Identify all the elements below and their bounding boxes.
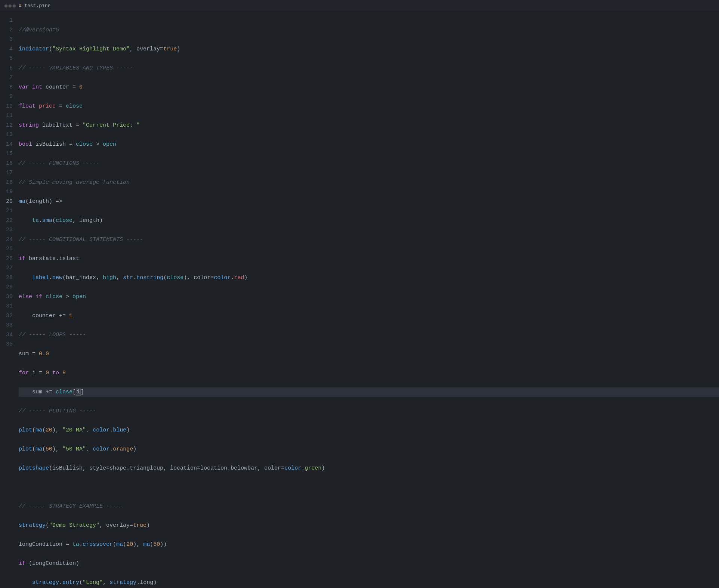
line-29: if (longCondition): [19, 559, 719, 569]
line-13: if barstate.islast: [19, 254, 719, 264]
line-17: // ----- LOOPS -----: [19, 330, 719, 340]
line-28: longCondition = ta.crossover(ma(20), ma(…: [19, 540, 719, 550]
line-23: plot(ma(50), "50 MA", color.orange): [19, 445, 719, 454]
tab-filename[interactable]: test.pine: [24, 3, 50, 9]
line-19: for i = 0 to 9: [19, 368, 719, 378]
line-numbers: 1 2 3 4 5 6 7 8 9 10 11 12 13 14 15 16 1…: [0, 16, 19, 588]
tab-icon: ≡: [19, 3, 21, 9]
line-21: // ----- PLOTTING -----: [19, 406, 719, 416]
line-24: plotshape(isBullish, style=shape.triangl…: [19, 464, 719, 473]
line-30: strategy.entry("Long", strategy.long): [19, 578, 719, 588]
title-bar: ≡ test.pine: [0, 0, 719, 12]
line-9: // Simple moving average function: [19, 178, 719, 188]
line-14: label.new(bar_index, high, str.tostring(…: [19, 273, 719, 283]
line-27: strategy("Demo Strategy", overlay=true): [19, 521, 719, 530]
line-2: indicator("Syntax Highlight Demo", overl…: [19, 44, 719, 54]
line-12: // ----- CONDITIONAL STATEMENTS -----: [19, 235, 719, 245]
line-26: // ----- STRATEGY EXAMPLE -----: [19, 502, 719, 511]
line-4: var int counter = 0: [19, 83, 719, 92]
line-3: // ----- VARIABLES AND TYPES -----: [19, 64, 719, 73]
line-10: ma(length) =>: [19, 197, 719, 207]
editor-container: 1 2 3 4 5 6 7 8 9 10 11 12 13 14 15 16 1…: [0, 12, 719, 588]
line-7: bool isBullish = close > open: [19, 140, 719, 149]
line-15: else if close > open: [19, 292, 719, 302]
line-20: sum += close[i]: [19, 387, 719, 397]
line-11: ta.sma(close, length): [19, 216, 719, 226]
line-16: counter += 1: [19, 311, 719, 321]
line-5: float price = close: [19, 102, 719, 111]
line-25: [19, 483, 719, 492]
line-1: //@version=5: [19, 25, 719, 35]
line-22: plot(ma(20), "20 MA", color.blue): [19, 425, 719, 435]
line-8: // ----- FUNCTIONS -----: [19, 159, 719, 168]
line-6: string labelText = "Current Price: ": [19, 121, 719, 130]
code-content[interactable]: //@version=5 indicator("Syntax Highlight…: [19, 16, 719, 588]
line-18: sum = 0.0: [19, 349, 719, 359]
